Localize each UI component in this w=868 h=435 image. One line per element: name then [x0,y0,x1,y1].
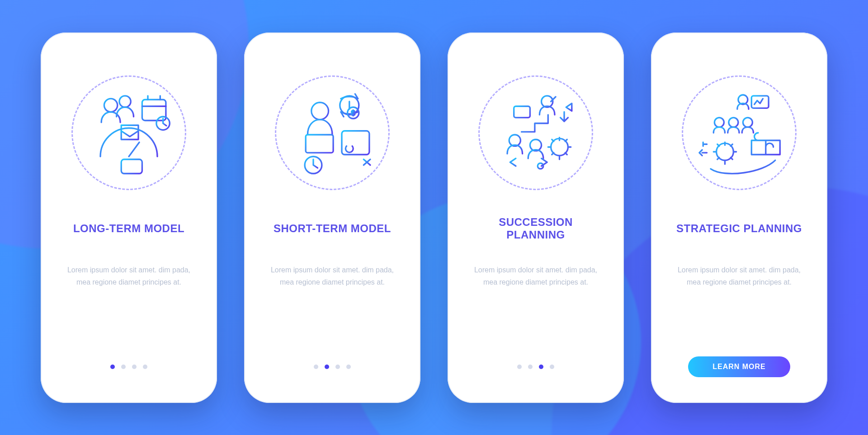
page-dot[interactable] [517,365,522,369]
slide-title: LONG-TERM MODEL [69,214,189,243]
slide-description: Lorem ipsum dolor sit amet. dim pada, me… [670,264,808,313]
svg-rect-10 [342,131,369,154]
page-dot[interactable] [143,365,147,369]
slide-description: Lorem ipsum dolor sit amet. dim pada, me… [467,264,605,313]
org-puzzle-icon [680,74,798,192]
page-dot[interactable] [314,365,318,369]
svg-point-5 [311,102,329,119]
phone-succession: SUCCESSION PLANNING Lorem ipsum dolor si… [448,33,624,403]
career-path-icon [477,74,594,192]
svg-rect-12 [514,106,530,117]
svg-text:$: $ [351,109,355,117]
svg-point-0 [104,98,117,112]
phone-short-term: $ SHORT-TERM MODEL Lorem ipsum dolor sit… [244,33,420,403]
onboarding-row: LONG-TERM MODEL Lorem ipsum dolor sit am… [41,33,827,403]
onboarding-screen[interactable]: SUCCESSION PLANNING Lorem ipsum dolor si… [453,38,618,398]
slide-title: SHORT-TERM MODEL [269,214,396,243]
svg-point-22 [743,117,752,127]
phone-strategic: STRATEGIC PLANNING Lorem ipsum dolor sit… [651,33,827,403]
svg-point-11 [305,156,322,173]
page-dot[interactable] [335,365,340,369]
svg-point-16 [551,138,568,155]
pagination [467,354,605,379]
slide-title: STRATEGIC PLANNING [672,214,807,243]
svg-point-1 [119,96,131,107]
page-dot[interactable] [132,365,137,369]
onboarding-screen[interactable]: STRATEGIC PLANNING Lorem ipsum dolor sit… [656,38,822,398]
page-dot[interactable] [539,365,543,369]
onboarding-screen[interactable]: LONG-TERM MODEL Lorem ipsum dolor sit am… [46,38,212,398]
svg-point-15 [530,139,541,150]
page-dot[interactable] [550,365,554,369]
svg-point-21 [729,117,738,127]
svg-rect-19 [751,96,769,108]
slide-description: Lorem ipsum dolor sit amet. dim pada, me… [263,264,401,313]
pagination [60,354,198,379]
onboarding-screen[interactable]: $ SHORT-TERM MODEL Lorem ipsum dolor sit… [250,38,415,398]
page-dot[interactable] [110,365,115,369]
page-dot[interactable] [528,365,533,369]
svg-rect-4 [121,159,142,173]
page-dot[interactable] [325,365,329,369]
svg-point-17 [538,163,543,169]
phone-long-term: LONG-TERM MODEL Lorem ipsum dolor sit am… [41,33,217,403]
svg-point-3 [156,117,170,130]
svg-point-13 [542,96,553,107]
svg-point-20 [714,117,724,127]
calendar-team-gauge-icon [70,74,188,192]
cta-footer: LEARN MORE [670,354,808,379]
svg-point-7 [340,96,359,115]
slide-title: SUCCESSION PLANNING [467,214,605,243]
cycle-money-clock-icon: $ [274,74,391,192]
svg-point-18 [738,95,748,104]
pagination [263,354,401,379]
page-dot[interactable] [346,365,351,369]
svg-point-14 [509,135,520,146]
svg-rect-2 [142,99,166,120]
svg-point-23 [717,143,734,160]
svg-rect-6 [306,135,333,153]
slide-description: Lorem ipsum dolor sit amet. dim pada, me… [60,264,198,313]
learn-more-button[interactable]: LEARN MORE [688,356,790,377]
svg-point-8 [348,107,359,118]
page-dot[interactable] [121,365,126,369]
